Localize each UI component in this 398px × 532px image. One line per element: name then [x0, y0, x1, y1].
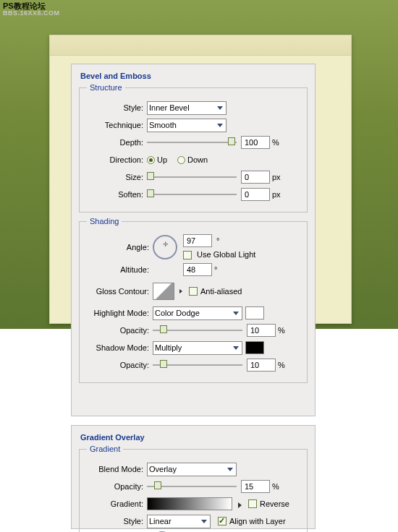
bevel-emboss-panel: Bevel and Emboss Structure Style: Inner … [71, 64, 316, 416]
depth-label: Depth: [84, 138, 143, 147]
highlight-opacity-slider[interactable] [153, 325, 242, 335]
global-light-checkbox[interactable] [183, 251, 192, 259]
blend-mode-select[interactable]: Overlay [147, 463, 237, 476]
gradient-group: Gradient Blend Mode: Overlay Opacity: % … [79, 445, 308, 532]
antialias-checkbox[interactable] [189, 287, 198, 296]
style-label: Style: [84, 103, 143, 112]
highlight-opacity-unit: % [278, 326, 285, 335]
highlight-opacity-input[interactable] [247, 324, 276, 337]
gloss-contour-picker[interactable] [153, 283, 174, 300]
altitude-input[interactable] [183, 263, 212, 276]
angle-label: Angle: [84, 243, 149, 252]
altitude-label: Altitude: [84, 265, 149, 274]
shading-legend: Shading [87, 217, 122, 226]
gradient-title: Gradient Overlay [80, 433, 308, 442]
technique-label: Technique: [84, 121, 143, 129]
shadow-color-swatch[interactable] [245, 341, 264, 354]
angle-input[interactable] [183, 234, 212, 247]
soften-input[interactable] [241, 188, 270, 201]
depth-input[interactable] [241, 136, 270, 149]
reverse-label: Reverse [260, 499, 289, 508]
grad-opacity-label: Opacity: [84, 482, 143, 491]
size-label: Size: [84, 173, 143, 181]
angle-unit: ° [216, 236, 219, 245]
watermark-url: BBS.16XX8.COM [3, 10, 60, 17]
structure-legend: Structure [87, 83, 125, 92]
grad-style-label: Style: [84, 517, 143, 525]
blend-mode-label: Blend Mode: [84, 465, 143, 473]
shadow-opacity-input[interactable] [247, 359, 276, 372]
shading-group: Shading Angle: ✛ ° Use Global Light Alti… [79, 217, 308, 383]
direction-label: Direction: [84, 155, 143, 164]
gradient-picker[interactable] [147, 497, 232, 510]
sticky-note-header [50, 35, 351, 56]
align-layer-label: Align with Layer [229, 517, 286, 525]
grad-opacity-input[interactable] [241, 480, 270, 493]
angle-dial[interactable]: ✛ [153, 235, 177, 259]
up-label: Up [157, 155, 167, 164]
style-select[interactable]: Inner Bevel [147, 101, 226, 115]
shadow-mode-select[interactable]: Multiply [153, 341, 242, 355]
down-label: Down [187, 155, 208, 164]
antialias-label: Anti-aliased [200, 287, 242, 296]
highlight-color-swatch[interactable] [245, 306, 264, 319]
gradient-label: Gradient: [84, 499, 143, 508]
grad-opacity-unit: % [272, 482, 279, 491]
gradient-overlay-panel: Gradient Overlay Gradient Blend Mode: Ov… [71, 425, 316, 529]
depth-unit: % [272, 138, 279, 147]
highlight-opacity-label: Opacity: [84, 326, 149, 335]
technique-select[interactable]: Smooth [147, 119, 226, 132]
gloss-label: Gloss Contour: [84, 287, 149, 296]
shadow-opacity-label: Opacity: [84, 361, 149, 369]
gradient-legend: Gradient [87, 445, 123, 453]
altitude-unit: ° [214, 265, 217, 274]
direction-down-radio[interactable] [177, 156, 185, 164]
size-unit: px [272, 173, 281, 181]
soften-unit: px [272, 190, 281, 199]
soften-label: Soften: [84, 190, 143, 199]
shadow-mode-label: Shadow Mode: [84, 343, 149, 352]
shadow-opacity-unit: % [278, 361, 285, 369]
soften-slider[interactable] [147, 189, 237, 200]
bevel-title: Bevel and Emboss [80, 72, 308, 80]
highlight-mode-select[interactable]: Color Dodge [153, 306, 242, 320]
grad-style-select[interactable]: Linear [147, 515, 211, 528]
depth-slider[interactable] [147, 137, 237, 147]
size-slider[interactable] [147, 172, 237, 182]
align-layer-checkbox[interactable] [218, 517, 226, 525]
direction-up-radio[interactable] [147, 156, 155, 164]
size-input[interactable] [241, 171, 270, 184]
structure-group: Structure Style: Inner Bevel Technique: … [79, 83, 308, 213]
shadow-opacity-slider[interactable] [153, 360, 242, 370]
highlight-mode-label: Highlight Mode: [84, 309, 149, 317]
grad-opacity-slider[interactable] [147, 481, 237, 492]
reverse-checkbox[interactable] [248, 499, 257, 508]
global-light-label: Use Global Light [197, 250, 255, 259]
watermark: PS教程论坛 BBS.16XX8.COM [3, 1, 60, 17]
